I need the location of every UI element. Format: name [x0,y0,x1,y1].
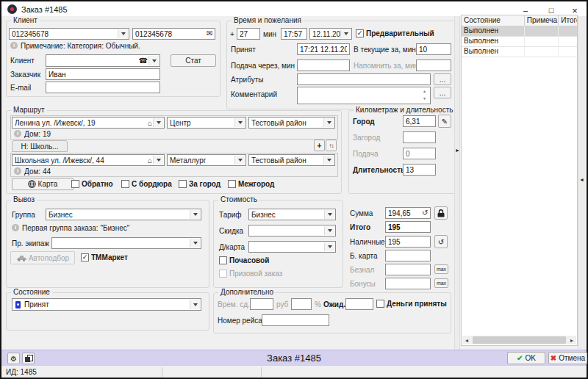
client-name-combo[interactable]: ☎ [46,54,160,67]
collapse-panel-icon[interactable]: ◄ [579,177,584,182]
prize-checkbox[interactable] [219,270,227,278]
to-house-note: Дом: 44 [24,167,51,176]
map-button[interactable]: Карта [12,178,74,190]
autoselect-button[interactable]: Автоподбор [10,251,75,264]
back-checkbox[interactable] [71,180,79,188]
dcard-combo[interactable] [248,241,336,253]
column-header-state[interactable]: Состояние [462,15,525,26]
scroll-right-icon[interactable]: ▸ [567,336,576,344]
chevron-down-icon[interactable] [324,242,334,251]
date-combo[interactable]: 12.11.20 [309,28,352,40]
chevron-down-icon[interactable] [340,29,351,38]
comment-more-button[interactable]: ... [434,87,451,98]
chevron-down-icon[interactable] [190,300,200,309]
crew-combo[interactable] [51,237,201,249]
client-phone-alt-input[interactable] [132,28,215,40]
total-input[interactable] [385,221,431,233]
offset-minutes-input[interactable] [237,28,260,40]
lock-icon [437,209,445,217]
intercity-checkbox[interactable] [228,180,236,188]
hourly-checkbox[interactable] [219,256,227,264]
chevron-down-icon[interactable] [153,118,163,127]
stat-button-label: Стат [185,57,201,65]
cancel-button[interactable]: ✖ Отмена [548,352,587,364]
to-address-combo[interactable]: Школьная ул. /Ижевск/, 44 ⌂ [12,154,165,166]
add-stop-button[interactable]: + [314,140,325,151]
comment-textarea[interactable] [297,87,431,104]
chevron-down-icon[interactable] [190,239,200,248]
cashless-input[interactable] [385,264,431,275]
reset-sum-icon[interactable]: ↺ [422,209,428,217]
stat-button[interactable]: Стат [171,54,216,67]
max-button-label: max [437,267,446,272]
swap-stops-button[interactable]: ↑↓ [326,140,337,151]
from-zone-combo[interactable]: Центр [167,117,246,129]
chevron-down-icon[interactable] [148,56,159,65]
right-collapse-strip[interactable] [578,16,585,350]
wait-input[interactable] [345,298,373,310]
horizontal-scrollbar[interactable]: ◂ ▸ [462,336,576,344]
flight-number-input[interactable] [262,314,329,326]
crew-label: Пр. экипаж [12,239,49,248]
city-km-input[interactable] [403,115,436,127]
chevron-down-icon[interactable] [324,210,334,219]
chevron-down-icon[interactable] [323,118,334,127]
lock-sum-button[interactable] [434,206,448,220]
group-combo[interactable]: Бизнес [46,209,201,220]
tariff-combo[interactable]: Бизнес [248,209,336,220]
state-combo[interactable]: Принят [12,298,201,311]
reset-cash-button[interactable]: ↺ [434,235,448,248]
suburb-km-input[interactable] [403,131,436,143]
from-address-combo[interactable]: Ленина ул. /Ижевск/, 19 ⌂ [12,117,165,129]
cell-note [525,26,559,36]
money-received-checkbox[interactable] [376,300,384,308]
from-district-combo[interactable]: Тестовый район [248,117,335,129]
rub-input[interactable] [291,298,312,310]
cashless-max-button[interactable]: max [434,264,448,274]
chevron-down-icon[interactable] [324,226,334,235]
accepted-input[interactable] [297,43,350,55]
chevron-down-icon[interactable] [323,156,334,165]
bonus-max-button[interactable]: max [434,278,448,288]
preliminary-checkbox[interactable]: ✓ [356,29,364,37]
feed-km-input[interactable] [403,148,436,159]
out-of-town-checkbox[interactable] [179,180,187,188]
column-header-totals[interactable]: Итогов [559,15,577,26]
remind-input[interactable] [416,59,451,71]
bcard-input[interactable] [385,250,431,261]
customer-input[interactable] [46,68,160,80]
curb-checkbox[interactable] [121,180,129,188]
client-phone-combo[interactable]: 012345678 [9,28,129,40]
envelope-icon[interactable]: ✉ [207,29,212,37]
time-input[interactable] [281,28,307,40]
attributes-more-button[interactable]: ... [434,73,451,85]
chevron-down-icon[interactable] [153,156,163,165]
email-input[interactable] [46,82,160,93]
to-district-combo[interactable]: Тестовый район [248,154,335,166]
chevron-down-icon[interactable] [118,29,128,38]
tmmarket-checkbox[interactable]: ✓ [81,253,89,261]
chevron-down-icon[interactable] [190,210,200,219]
table-row[interactable]: Выполнен [462,36,577,47]
chevron-down-icon[interactable] [234,118,245,127]
ok-button[interactable]: ✔ OK [507,352,545,364]
scrollbar-thumb[interactable] [473,336,566,344]
current-for-input[interactable] [416,43,451,55]
feed-in-input[interactable] [297,59,350,71]
scroll-left-icon[interactable]: ◂ [462,336,471,344]
attributes-input[interactable] [297,73,431,85]
bonus-input[interactable] [385,278,431,289]
discount-combo[interactable] [248,225,336,237]
column-header-note[interactable]: Примеча... [525,15,559,26]
edit-distance-button[interactable]: ✎ [438,115,451,128]
table-row[interactable]: Выполнен [462,46,577,57]
splitter-expand-icon[interactable]: ► [455,148,460,153]
chevron-down-icon[interactable] [234,156,245,165]
duration-input[interactable] [403,164,436,176]
stop-tab[interactable]: Н: Школь... [12,140,68,152]
table-row[interactable]: Выполнен [462,26,577,37]
cash-input[interactable] [385,236,431,248]
to-zone-combo[interactable]: Металлург [167,154,246,166]
temp-shift-input[interactable] [250,298,273,310]
panel-splitter[interactable] [454,16,460,350]
